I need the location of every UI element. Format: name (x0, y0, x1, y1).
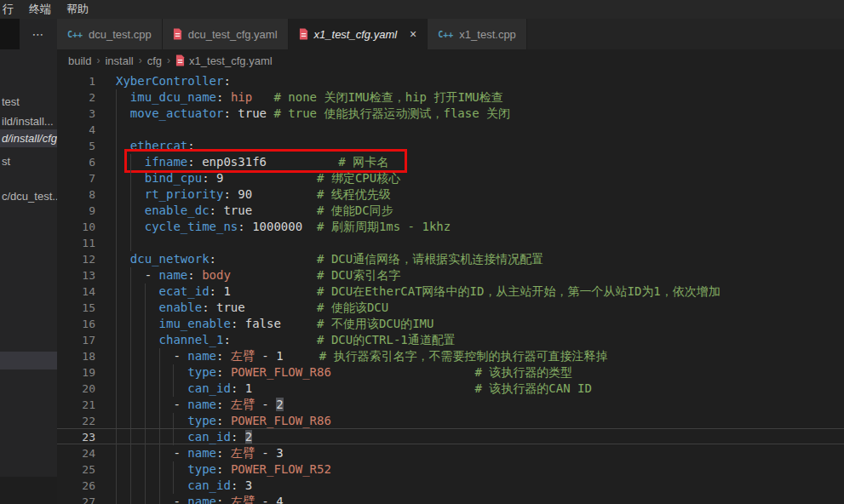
code-line-7[interactable]: 7 bind_cpu: 9 # 绑定CPU核心 (57, 170, 844, 186)
code-line-20[interactable]: 20 can_id: 1 # 该执行器的CAN ID (57, 381, 844, 397)
code-line-8[interactable]: 8 rt_priority: 90 # 线程优先级 (57, 186, 844, 203)
occurrence-highlight[interactable]: 2 (245, 430, 252, 444)
code-line-18[interactable]: 18 - name: 左臂 - 1 # 执行器索引名字，不需要控制的执行器可直接… (57, 348, 844, 364)
code-line-1[interactable]: 1XyberController: (57, 73, 844, 89)
code-line-19[interactable]: 19 type: POWER_FLOW_R86 # 该执行器的类型 (57, 364, 844, 381)
code-line-25[interactable]: 25 type: POWER_FLOW_R52 (57, 461, 844, 478)
line-number[interactable]: 14 (57, 284, 95, 300)
code-line-5[interactable]: 5 ethercat: (57, 138, 844, 154)
code-text[interactable]: cycle_time_ns: 1000000 # 刷新周期1ms - 1khz (116, 219, 451, 235)
line-number[interactable]: 8 (57, 186, 95, 203)
line-number[interactable]: 21 (57, 397, 95, 413)
code-line-14[interactable]: 14 ecat_id: 1 # DCU在EtherCAT网络中的ID，从主站开始… (57, 284, 844, 300)
line-number[interactable]: 23 (57, 429, 95, 445)
editor-pane[interactable]: build›install›cfg›x1_test_cfg.yaml 1Xybe… (57, 49, 844, 504)
line-number[interactable]: 7 (57, 170, 95, 186)
breadcrumb-file[interactable]: x1_test_cfg.yaml (175, 54, 273, 67)
code-text[interactable]: ifname: enp0s31f6 # 网卡名 (116, 154, 388, 170)
line-number[interactable]: 26 (57, 478, 95, 494)
code-text[interactable]: ethercat: (116, 138, 195, 154)
code-line-27[interactable]: 27 - name: 左臂 - 4 (57, 494, 844, 504)
line-number[interactable]: 4 (57, 122, 95, 138)
code-line-26[interactable]: 26 can_id: 3 (57, 478, 844, 494)
line-number[interactable]: 19 (57, 364, 95, 381)
line-number[interactable]: 25 (57, 461, 95, 478)
line-number[interactable]: 27 (57, 494, 95, 504)
code-line-21[interactable]: 21 - name: 左臂 - 2 (57, 397, 844, 413)
code-text[interactable]: - name: 左臂 - 2 (116, 397, 284, 413)
line-number[interactable]: 11 (57, 235, 95, 251)
code-text[interactable]: type: POWER_FLOW_R86 (116, 413, 331, 429)
code-text[interactable]: move_actuator: true # true 使能执行器运动测试，fla… (116, 106, 510, 122)
line-number[interactable]: 3 (57, 106, 95, 122)
code-text[interactable]: can_id: 1 # 该执行器的CAN ID (116, 381, 592, 397)
breadcrumb-segment[interactable]: install (105, 54, 133, 67)
line-number[interactable]: 2 (57, 89, 95, 106)
line-number[interactable]: 18 (57, 348, 95, 364)
sidebar-item-5[interactable]: c/dcu_test... (0, 188, 57, 205)
code-line-10[interactable]: 10 cycle_time_ns: 1000000 # 刷新周期1ms - 1k… (57, 219, 844, 235)
code-line-15[interactable]: 15 enable: true # 使能该DCU (57, 300, 844, 316)
code-text[interactable]: - name: 左臂 - 4 (116, 494, 284, 504)
code-line-16[interactable]: 16 imu_enable: false # 不使用该DCU的IMU (57, 316, 844, 332)
tab-x1_test.cpp[interactable]: C++x1_test.cpp (428, 19, 527, 49)
code-text[interactable]: can_id: 3 (116, 478, 252, 494)
line-number[interactable]: 22 (57, 413, 95, 429)
code-text[interactable]: imu_enable: false # 不使用该DCU的IMU (116, 316, 433, 332)
code-text[interactable]: - name: body # DCU索引名字 (116, 267, 400, 284)
more-actions-button[interactable]: ⋯ (20, 19, 57, 49)
tab-x1_test_cfg.yaml[interactable]: x1_test_cfg.yaml× (289, 19, 428, 49)
menu-item-2[interactable]: 终端 (21, 0, 59, 19)
line-number[interactable]: 16 (57, 316, 95, 332)
code-line-4[interactable]: 4 (57, 122, 844, 138)
sidebar-item-2[interactable]: ild/install... (0, 113, 57, 130)
tab-dcu_test.cpp[interactable]: C++dcu_test.cpp (57, 19, 163, 49)
code-line-11[interactable]: 11 (57, 235, 844, 251)
occurrence-highlight[interactable]: 2 (276, 398, 283, 411)
line-number[interactable]: 1 (57, 73, 95, 89)
code-text[interactable]: - name: 左臂 - 1 # 执行器索引名字，不需要控制的执行器可直接注释掉 (116, 348, 608, 364)
code-text[interactable]: imu_dcu_name: hip # none 关闭IMU检查，hip 打开I… (116, 89, 503, 106)
code-text[interactable]: rt_priority: 90 # 线程优先级 (116, 186, 391, 203)
code-line-6[interactable]: 6 ifname: enp0s31f6 # 网卡名 (57, 154, 844, 170)
close-icon[interactable]: × (410, 28, 416, 40)
code-text[interactable]: channel_1: # DCU的CTRL-1通道配置 (116, 332, 456, 348)
code-line-2[interactable]: 2 imu_dcu_name: hip # none 关闭IMU检查，hip 打… (57, 89, 844, 106)
breadcrumb-segment[interactable]: build (68, 54, 91, 67)
menu-item-3[interactable]: 帮助 (59, 0, 96, 19)
line-number[interactable]: 12 (57, 251, 95, 267)
sidebar-item-1[interactable]: test (0, 94, 57, 111)
code-line-17[interactable]: 17 channel_1: # DCU的CTRL-1通道配置 (57, 332, 844, 348)
line-number[interactable]: 15 (57, 300, 95, 316)
tab-dcu_test_cfg.yaml[interactable]: dcu_test_cfg.yaml (163, 19, 289, 49)
line-number[interactable]: 24 (57, 445, 95, 461)
sidebar-item-6[interactable] (0, 352, 57, 369)
breadcrumb-segment[interactable]: cfg (147, 54, 162, 67)
code-text[interactable]: ecat_id: 1 # DCU在EtherCAT网络中的ID，从主站开始，第一… (116, 284, 721, 300)
code-text[interactable]: enable: true # 使能该DCU (116, 300, 388, 316)
line-number[interactable]: 6 (57, 154, 95, 170)
line-number[interactable]: 9 (57, 203, 95, 219)
sidebar-item-3[interactable]: d/install/cfg (0, 129, 57, 147)
code-text[interactable]: can_id: 2 (116, 429, 252, 445)
code-text[interactable]: dcu_network: # DCU通信网络，请根据实机连接情况配置 (116, 251, 543, 267)
line-number[interactable]: 10 (57, 219, 95, 235)
line-number[interactable]: 17 (57, 332, 95, 348)
code-line-3[interactable]: 3 move_actuator: true # true 使能执行器运动测试，f… (57, 106, 844, 122)
code-line-24[interactable]: 24 - name: 左臂 - 3 (57, 445, 844, 461)
line-number[interactable]: 13 (57, 267, 95, 284)
code-line-22[interactable]: 22 type: POWER_FLOW_R86 (57, 413, 844, 429)
line-number[interactable]: 20 (57, 381, 95, 397)
code-line-23[interactable]: 23 can_id: 2 (57, 429, 844, 445)
code-area[interactable]: 1XyberController:2 imu_dcu_name: hip # n… (57, 72, 844, 504)
line-number[interactable]: 5 (57, 138, 95, 154)
code-text[interactable]: - name: 左臂 - 3 (116, 445, 284, 461)
code-line-12[interactable]: 12 dcu_network: # DCU通信网络，请根据实机连接情况配置 (57, 251, 844, 267)
code-line-9[interactable]: 9 enable_dc: true # 使能DC同步 (57, 203, 844, 219)
code-text[interactable]: enable_dc: true # 使能DC同步 (116, 203, 393, 219)
code-text[interactable]: XyberController: (116, 73, 231, 89)
code-text[interactable]: type: POWER_FLOW_R52 (116, 461, 331, 478)
sidebar-item-4[interactable]: st (0, 153, 57, 170)
menu-item-1[interactable]: 行 (0, 0, 21, 19)
code-line-13[interactable]: 13 - name: body # DCU索引名字 (57, 267, 844, 284)
